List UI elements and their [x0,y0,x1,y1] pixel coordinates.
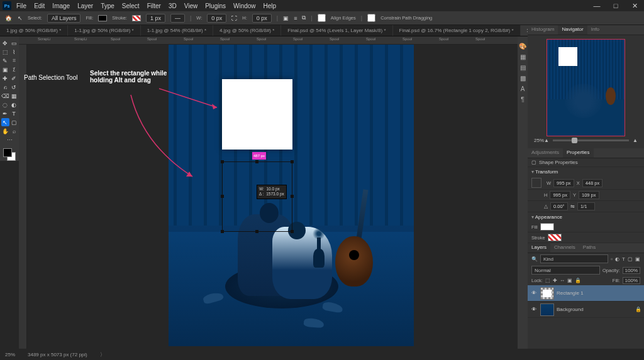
align-icon[interactable]: ≡ [294,15,297,21]
menu-image[interactable]: Image [48,1,74,11]
lock-artboard-icon[interactable]: ▣ [567,278,572,283]
path-ops-icon[interactable]: ▣ [283,15,289,21]
layer-name[interactable]: Rectangle 1 [557,290,584,296]
appearance-section[interactable]: Appearance [528,212,644,222]
lock-icon[interactable]: 🔒 [575,278,581,283]
layer-row[interactable]: 👁Rectangle 1 [528,285,644,302]
prop-flip[interactable]: 1/1 [577,202,595,210]
menu-view[interactable]: View [180,1,202,11]
link-icon[interactable]: ⛶ [231,15,237,21]
character-panel-icon[interactable]: A [521,85,525,92]
menu-file[interactable]: File [13,1,30,11]
gradients-panel-icon[interactable]: ▤ [520,64,526,71]
fill-opacity-input[interactable]: 100% [623,277,640,284]
home-icon[interactable]: 🏠 [4,14,13,23]
width-input[interactable]: 0 px [207,14,226,23]
brush-tool[interactable]: ✐ [10,74,18,82]
prop-width[interactable]: 995 px [553,179,574,187]
tab-navigator[interactable]: Navigator [558,25,587,35]
eyedropper-tool[interactable]: ⁒ [10,65,18,74]
dodge-tool[interactable]: ◐ [10,101,18,109]
rectangle-shape[interactable] [222,79,292,150]
history-brush-tool[interactable]: ↺ [10,83,18,91]
filter-icon[interactable]: 🔍 [531,256,538,262]
close-icon[interactable]: ✕ [625,0,644,11]
eraser-tool[interactable]: ⌫ [1,92,9,100]
navigator-thumbnail[interactable] [547,39,625,136]
minimize-icon[interactable]: — [587,0,606,11]
color-swatches[interactable] [3,148,16,161]
frame-tool[interactable]: ▣ [1,65,9,74]
menu-select[interactable]: Select [118,1,143,11]
tab-histogram[interactable]: Histogram [528,25,558,35]
filter-pixel-icon[interactable]: ▫ [611,256,613,262]
layer-thumbnail[interactable] [540,303,554,316]
swatches-panel-icon[interactable]: ▦ [520,53,526,60]
prop-y[interactable]: 109 px [579,191,599,199]
marquee-tool[interactable]: ⬚ [1,48,9,56]
stroke-swatch[interactable] [132,15,141,21]
prop-angle[interactable]: 0.00° [550,202,568,210]
zoom-slider[interactable] [553,139,629,141]
status-zoom[interactable]: 25% [5,352,15,357]
move-tool[interactable]: ✥ [1,39,9,47]
filter-kind[interactable]: Kind [540,254,608,263]
tab-layers[interactable]: Layers [528,243,550,253]
paragraph-panel-icon[interactable]: ¶ [521,96,524,103]
tab-channels[interactable]: Channels [550,243,579,253]
zoom-out-icon[interactable]: ▲ [544,138,549,143]
menu-window[interactable]: Window [230,1,260,11]
stroke-style[interactable]: — [170,14,185,23]
crop-tool[interactable]: ⌗ [10,57,18,65]
document-tab[interactable]: 1.jpg @ 50% (RGB/8#) * [0,25,68,36]
filter-adj-icon[interactable]: ◐ [615,256,619,262]
patterns-panel-icon[interactable]: ▩ [520,75,526,82]
document-tab[interactable]: 1-1.jpg @ 54% (RGB/8#) * [141,25,213,36]
stroke-width-input[interactable]: 1 px [146,14,165,23]
path-selection-tool[interactable]: ↖ [1,118,9,126]
tab-info[interactable]: Info [587,25,603,35]
pen-tool[interactable]: ✒ [1,109,9,117]
document-tab[interactable]: 1-1.jpg @ 50% (RGB/8#) * [68,25,140,36]
prop-height[interactable]: 995 px [550,191,570,199]
fill-prop-swatch[interactable] [540,223,554,231]
maximize-icon[interactable]: □ [606,0,625,11]
opacity-input[interactable]: 100% [623,267,640,274]
menu-edit[interactable]: Edit [30,1,48,11]
filter-smart-icon[interactable]: ▣ [635,256,640,262]
fill-swatch[interactable] [98,15,107,21]
layer-thumbnail[interactable] [540,287,554,300]
reference-point[interactable] [531,178,541,188]
blend-mode[interactable]: Normal [531,266,600,275]
menu-type[interactable]: Type [97,1,118,11]
menu-filter[interactable]: Filter [143,1,165,11]
edit-toolbar[interactable]: ⋯ [6,136,14,144]
visibility-icon[interactable]: 👁 [530,290,538,296]
quick-select-tool[interactable]: ✎ [1,57,9,65]
lock-pos-icon[interactable]: ✚ [553,278,557,283]
tab-adjustments[interactable]: Adjustments [528,148,563,158]
menu-layer[interactable]: Layer [74,1,97,11]
gradient-tool[interactable]: ▦ [10,92,18,100]
constrain-checkbox[interactable] [367,14,375,22]
stamp-tool[interactable]: ⎌ [1,83,9,91]
canvas[interactable]: 487 px W: 10.0 px Δ : 1573.0 px Select t… [27,45,528,349]
select-scope-dropdown[interactable]: All Layers [47,14,81,23]
layer-name[interactable]: Background [557,307,584,312]
visibility-icon[interactable]: 👁 [530,307,538,312]
menu-3d[interactable]: 3D [165,1,180,11]
filter-type-icon[interactable]: T [622,256,625,262]
menu-help[interactable]: Help [260,1,280,11]
align-edges-checkbox[interactable] [318,14,326,22]
prop-x[interactable]: 448 px [582,179,603,187]
hand-tool[interactable]: ✋ [1,127,9,135]
lock-pixel-icon[interactable]: ↔ [560,278,565,283]
filter-shape-icon[interactable]: ▢ [628,256,633,262]
document-tab[interactable]: Final.psd @ 16.7% (Rectangle 1 copy 2, R… [393,25,521,36]
document-tab[interactable]: 4.jpg @ 50% (RGB/8#) * [213,25,281,36]
nav-zoom-value[interactable]: 25% [534,138,544,143]
lasso-tool[interactable]: ⌇ [10,48,18,56]
status-doc[interactable]: 3489 px x 5073 px (72 ppi) [28,352,87,357]
stroke-prop-swatch[interactable] [548,234,562,241]
color-panel-icon[interactable]: 🎨 [519,43,526,50]
